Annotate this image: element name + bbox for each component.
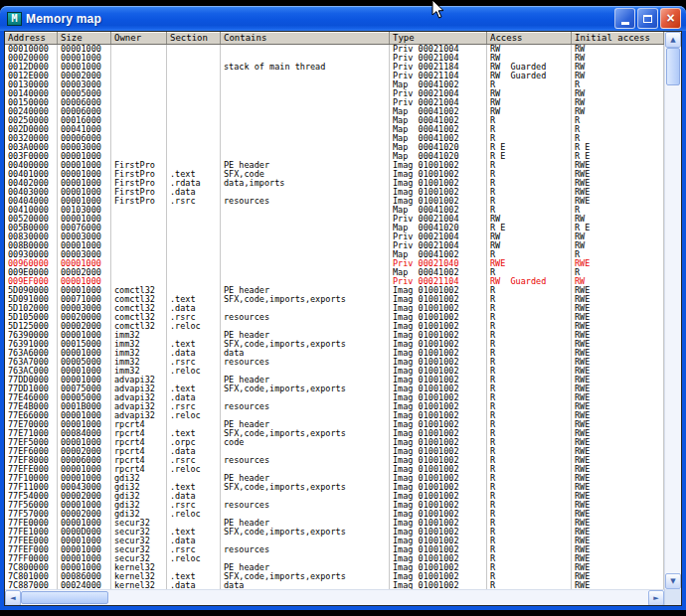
table-row[interactable]: 003F000000001000Map 00041020R ER E [5, 152, 664, 161]
column-header-section[interactable]: Section [167, 32, 221, 44]
cell-contains: SFX,code,imports,exports [221, 295, 390, 304]
column-header-address[interactable]: Address [5, 32, 58, 44]
table-row[interactable]: 77E7000000001000rpcrt4PE headerImag 0100… [5, 420, 664, 429]
table-row[interactable]: 77FEE00000001000secur32.dataImag 0100100… [5, 537, 664, 545]
cell-initial: RWE [572, 510, 664, 519]
cell-section [167, 143, 221, 152]
cell-access: R [487, 393, 572, 402]
table-row[interactable]: 0040000000001000FirstProPE headerImag 01… [5, 161, 664, 170]
table-row[interactable]: 77F5600000001000gdi32.rsrcresourcesImag … [5, 501, 664, 510]
table-row[interactable]: 77EFE00000001000rpcrt4.relocImag 0100100… [5, 465, 664, 474]
maximize-button[interactable] [637, 8, 658, 29]
scroll-right-button[interactable]: ► [648, 590, 664, 605]
table-row[interactable]: 009E000000002000Map 00041002RR [5, 268, 664, 277]
cell-access: RW [487, 241, 572, 250]
cell-address: 76391000 [5, 340, 58, 349]
table-row[interactable]: 0096000000001000Priv 00021040RWERWE [5, 259, 664, 268]
cell-access: R [487, 295, 572, 304]
table-row[interactable]: 7639100000015000imm32.textSFX,code,impor… [5, 340, 664, 349]
vertical-scrollbar[interactable]: ▲ ▼ [664, 32, 681, 589]
table-row[interactable]: 0040400000001000FirstPro.rsrcresourcesIm… [5, 197, 664, 206]
memory-map-icon[interactable]: M [7, 12, 22, 26]
table-row[interactable]: 0001000000001000Priv 00021004RWRW [5, 45, 664, 54]
table-row[interactable]: 0052000000001000Priv 00021004RWRW [5, 215, 664, 224]
table-row[interactable]: 0040100000001000FirstPro.textSFX,codeIma… [5, 170, 664, 179]
table-row[interactable]: 009EF00000001000Priv 00021104RW GuardedR… [5, 277, 664, 286]
column-header-contains[interactable]: Contains [221, 32, 390, 44]
cell-size: 00001000 [58, 438, 111, 447]
column-header-access[interactable]: Access [487, 32, 572, 44]
vertical-scroll-track[interactable] [665, 85, 681, 573]
table-row[interactable]: 0041000000103000Map 00041002RR [5, 206, 664, 215]
cell-initial: RWE [572, 528, 664, 537]
table-row[interactable]: 0032000000006000Map 00041002RR [5, 134, 664, 143]
table-row[interactable]: 0040200000001000FirstPro.rdatadata,impor… [5, 179, 664, 188]
column-header-type[interactable]: Type [390, 32, 487, 44]
table-row[interactable]: 5D10200000003000comctl32.dataImag 010010… [5, 304, 664, 313]
table-row[interactable]: 5D09100000071000comctl32.textSFX,code,im… [5, 295, 664, 304]
table-row[interactable]: 5D09000000001000comctl32PE headerImag 01… [5, 286, 664, 295]
column-header-size[interactable]: Size [58, 32, 111, 44]
table-row[interactable]: 0015000000006000Priv 00021004RWRW [5, 98, 664, 107]
table-row[interactable]: 008B000000001000Priv 00021004RWRW [5, 241, 664, 250]
scroll-up-button[interactable]: ▲ [665, 32, 681, 48]
table-row[interactable]: 7C80000000001000kernel32PE headerImag 01… [5, 563, 664, 572]
table-row[interactable]: 77EF800000006000rpcrt4.rsrcresourcesImag… [5, 456, 664, 465]
scroll-left-button[interactable]: ◄ [5, 590, 21, 605]
table-row[interactable]: 77F1000000001000gdi32PE headerImag 01001… [5, 474, 664, 483]
table-row[interactable]: 77E6600000001000advapi32.relocImag 01001… [5, 411, 664, 420]
table-row[interactable]: 77FEF00000001000secur32.rsrcresourcesIma… [5, 545, 664, 554]
table-row[interactable]: 0012D00000001000stack of main threadPriv… [5, 63, 664, 72]
cell-address: 77DD1000 [5, 385, 58, 393]
cell-address: 00150000 [5, 98, 58, 107]
table-row[interactable]: 003A000000003000Map 00041020R ER E [5, 143, 664, 152]
scroll-down-button[interactable]: ▼ [665, 573, 681, 589]
table-row[interactable]: 763A700000005000imm32.rsrcresourcesImag … [5, 358, 664, 367]
cell-address: 77E70000 [5, 420, 58, 429]
table-row[interactable]: 77F5400000002000gdi32.dataImag 01001002R… [5, 492, 664, 501]
table-row[interactable]: 77E4B0000001B000advapi32.rsrcresourcesIm… [5, 402, 664, 411]
table-row[interactable]: 7639000000001000imm32PE headerImag 01001… [5, 331, 664, 340]
table-row[interactable]: 0002000000001000Priv 00021004RWRW [5, 54, 664, 63]
column-header-owner[interactable]: Owner [111, 32, 167, 44]
table-row[interactable]: 0093000000003000Map 00041002RR [5, 250, 664, 259]
table-row[interactable]: 0024000000006000Map 00041002RWRW [5, 107, 664, 116]
table-row[interactable]: 77FF000000001000secur32.relocImag 010010… [5, 554, 664, 563]
table-row[interactable]: 77DD100000075000advapi32.textSFX,code,im… [5, 385, 664, 393]
table-row[interactable]: 0014000000005000Priv 00021004RWRW [5, 89, 664, 98]
table-row[interactable]: 763AC00000001000imm32.relocImag 01001002… [5, 367, 664, 376]
horizontal-scroll-track[interactable] [108, 590, 648, 605]
vertical-scroll-thumb[interactable] [666, 48, 680, 85]
table-row[interactable]: 0012E00000002000Priv 00021104RW GuardedR… [5, 72, 664, 80]
table-row[interactable]: 0013000000003000Map 00041002RR [5, 80, 664, 89]
table-row[interactable]: 005B000000076000Map 00041020R ER E [5, 224, 664, 232]
titlebar[interactable]: M Memory map × [0, 6, 686, 31]
horizontal-scroll-thumb[interactable] [21, 591, 108, 604]
cell-size: 00015000 [58, 340, 111, 349]
table-row[interactable]: 77EF600000002000rpcrt4.dataImag 01001002… [5, 447, 664, 456]
table-row[interactable]: 77E4600000005000advapi32.dataImag 010010… [5, 393, 664, 402]
table-row[interactable]: 7C88700000024000kernel32.datadataImag 01… [5, 581, 664, 589]
cell-access: R [487, 286, 572, 295]
table-row[interactable]: 77FE000000001000secur32PE headerImag 010… [5, 519, 664, 528]
table-row[interactable]: 77DD000000001000advapi32PE headerImag 01… [5, 376, 664, 385]
table-row[interactable]: 77EF500000001000rpcrt4.orpccodeImag 0100… [5, 438, 664, 447]
table-row[interactable]: 0083000000003000Priv 00021004RWRW [5, 232, 664, 241]
table-row[interactable]: 77F5700000002000gdi32.relocImag 01001002… [5, 510, 664, 519]
column-header-initial[interactable]: Initial access [572, 32, 664, 44]
cell-owner [111, 45, 167, 54]
table-row[interactable]: 77F1100000043000gdi32.textSFX,code,impor… [5, 483, 664, 492]
close-button[interactable]: × [660, 8, 681, 29]
table-row[interactable]: 0040300000001000FirstPro.dataImag 010010… [5, 188, 664, 197]
table-row[interactable]: 5D10500000020000comctl32.rsrcresourcesIm… [5, 313, 664, 322]
cell-type: Imag 01001002 [390, 322, 487, 331]
minimize-button[interactable] [614, 8, 635, 29]
table-row[interactable]: 7C80100000086000kernel32.textSFX,code,im… [5, 572, 664, 581]
table-row[interactable]: 0025000000016000Map 00041002RR [5, 116, 664, 125]
table-row[interactable]: 5D12500000002000comctl32.relocImag 01001… [5, 322, 664, 331]
table-row[interactable]: 002D000000041000Map 00041002RR [5, 125, 664, 134]
table-row[interactable]: 763A600000001000imm32.datadataImag 01001… [5, 349, 664, 358]
table-row[interactable]: 77E7100000084000rpcrt4.textSFX,code,impo… [5, 429, 664, 438]
horizontal-scrollbar[interactable]: ◄ ► [5, 589, 664, 605]
table-row[interactable]: 77FE10000000D000secur32.textSFX,code,imp… [5, 528, 664, 537]
